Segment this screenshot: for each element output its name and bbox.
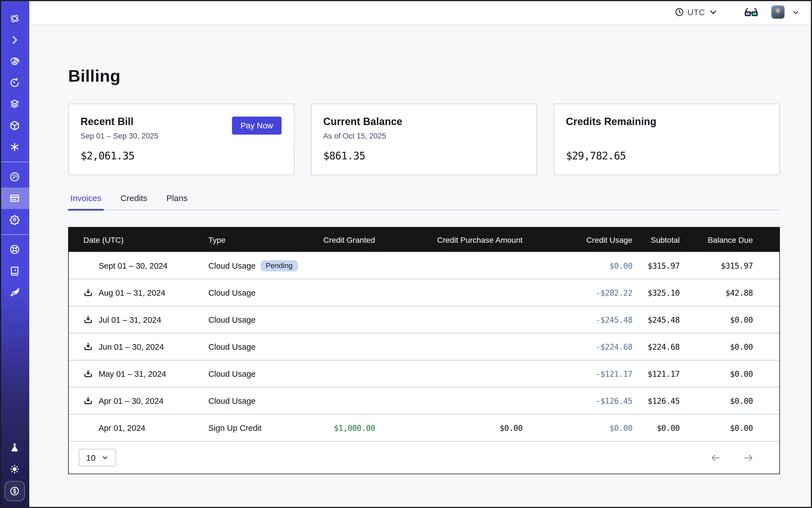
summary-cards: Recent Bill Sep 01 – Sep 30, 2025 $2,061…	[68, 103, 780, 175]
invoice-date: Jul 01 – 31, 2024	[98, 315, 161, 324]
col-header-type: Type	[208, 235, 302, 244]
asterisk-icon[interactable]	[0, 136, 29, 158]
clock-icon	[674, 7, 684, 17]
chevron-down-icon	[709, 7, 718, 17]
page-title: Billing	[68, 64, 780, 88]
page-size-select[interactable]: 10	[79, 449, 116, 466]
credit-usage: -$121.17	[522, 369, 632, 378]
invoice-date: May 01 – 31, 2024	[98, 369, 166, 378]
table-row: Jul 01 – 31, 2024 Cloud Usage -$245.48 $…	[69, 306, 779, 333]
tab-plans[interactable]: Plans	[164, 193, 190, 210]
pay-now-button[interactable]: Pay Now	[232, 117, 282, 135]
cube-icon[interactable]	[0, 115, 29, 136]
col-header-subtotal: Subtotal	[632, 235, 680, 244]
sidebar-divider	[0, 162, 29, 162]
table-row: Apr 01 – 30, 2024 Cloud Usage -$126.45 $…	[69, 387, 779, 414]
col-header-credit-purchase: Credit Purchase Amount	[375, 235, 522, 244]
download-invoice-icon[interactable]	[83, 342, 93, 351]
balance-due: $315.97	[680, 261, 753, 270]
tab-credits[interactable]: Credits	[118, 193, 149, 210]
spiral-icon[interactable]	[0, 51, 29, 72]
main-content: Billing Recent Bill Sep 01 – Sep 30, 202…	[29, 25, 812, 508]
app-window: UTC Billing Recent Bill Sep 01 – Sep 30,…	[0, 0, 812, 508]
balance-due: $0.00	[680, 423, 753, 432]
timezone-label: UTC	[687, 7, 705, 17]
credit-purchase: $0.00	[375, 423, 522, 432]
invoice-type: Cloud Usage	[208, 369, 256, 378]
timezone-selector[interactable]: UTC	[674, 7, 718, 17]
chevron-right-icon[interactable]	[0, 29, 29, 51]
subtotal: $325.10	[632, 288, 680, 297]
table-row: Sept 01 – 30, 2024 Cloud UsagePending $0…	[69, 252, 779, 279]
tab-invoices[interactable]: Invoices	[68, 193, 103, 211]
current-balance-card: Current Balance As of Oct 15, 2025 $861.…	[311, 103, 537, 175]
recent-bill-card: Recent Bill Sep 01 – Sep 30, 2025 $2,061…	[68, 103, 295, 175]
credit-usage: $0.00	[522, 261, 632, 270]
invoice-type: Cloud Usage	[208, 396, 256, 405]
credits-money-button[interactable]	[4, 481, 25, 501]
invoice-date: Jun 01 – 30, 2024	[98, 342, 164, 351]
page-size-value: 10	[86, 453, 95, 462]
arrow-left-icon	[710, 452, 721, 463]
recent-bill-amount: $2,061.35	[81, 150, 282, 162]
download-invoice-icon[interactable]	[83, 396, 93, 406]
next-page-button[interactable]	[743, 452, 754, 463]
credits-remaining-amount: $29,782.65	[566, 150, 768, 162]
col-header-credit-usage: Credit Usage	[522, 235, 632, 244]
layers-icon[interactable]	[0, 93, 29, 115]
subtotal: $224.68	[632, 342, 680, 351]
invoice-type: Cloud Usage	[208, 288, 256, 297]
card-title: Current Balance	[323, 116, 525, 128]
credits-remaining-card: Credits Remaining $29,782.65	[554, 103, 780, 175]
credit-usage: -$282.22	[522, 288, 632, 297]
subtotal: $121.17	[632, 369, 680, 378]
user-avatar[interactable]	[771, 5, 785, 19]
download-invoice-icon[interactable]	[83, 369, 93, 378]
col-header-credit-granted: Credit Granted	[302, 235, 375, 244]
invoice-date: Sept 01 – 30, 2024	[98, 261, 168, 270]
subtotal: $245.48	[632, 315, 680, 324]
invoice-type: Sign Up Credit	[208, 423, 262, 432]
balance-due: $42.88	[680, 288, 753, 297]
sidebar-item-theme-sun[interactable]	[0, 458, 29, 480]
glasses-icon	[744, 5, 759, 19]
reader-mode-button[interactable]	[744, 5, 759, 19]
sidebar-item-rocket[interactable]	[0, 282, 29, 303]
prev-page-button[interactable]	[710, 452, 721, 463]
money-badge-icon	[9, 485, 20, 497]
subtotal: $0.00	[632, 423, 680, 432]
download-invoice-icon[interactable]	[83, 288, 93, 297]
sidebar-item-usage-gauge[interactable]	[0, 166, 29, 187]
subtotal: $126.45	[632, 396, 680, 405]
orbit-logo-icon[interactable]	[0, 8, 29, 29]
table-header-row: Date (UTC) Type Credit Granted Credit Pu…	[69, 227, 779, 252]
card-title: Credits Remaining	[566, 116, 768, 128]
credit-usage: -$224.68	[522, 342, 632, 351]
sidebar-item-settings[interactable]	[0, 209, 29, 230]
sidebar-item-labs-flask[interactable]	[0, 437, 29, 458]
chevron-down-icon[interactable]	[792, 8, 800, 16]
chevron-down-icon	[101, 454, 109, 461]
balance-due: $0.00	[680, 396, 753, 405]
table-row: Apr 01, 2024 Sign Up Credit $1,000.00 $0…	[69, 414, 779, 441]
sidebar-item-support-lifebuoy[interactable]	[0, 239, 29, 260]
balance-due: $0.00	[680, 342, 753, 351]
balance-due: $0.00	[680, 369, 753, 378]
balance-due: $0.00	[680, 315, 753, 324]
invoice-date: Aug 01 – 31, 2024	[98, 288, 165, 297]
credit-usage: -$126.45	[522, 396, 632, 405]
invoice-type: Cloud Usage	[208, 261, 256, 270]
card-subtitle: As of Oct 15, 2025	[323, 132, 525, 141]
subtotal: $315.97	[632, 261, 680, 270]
table-row: May 01 – 31, 2024 Cloud Usage -$121.17 $…	[69, 360, 779, 387]
card-subtitle	[566, 132, 768, 141]
topbar: UTC	[29, 0, 812, 25]
sidebar-item-docs-book[interactable]	[0, 260, 29, 282]
invoices-table: Date (UTC) Type Credit Granted Credit Pu…	[68, 227, 780, 474]
download-invoice-icon[interactable]	[83, 315, 93, 325]
table-row: Aug 01 – 31, 2024 Cloud Usage -$282.22 $…	[69, 279, 779, 306]
invoice-date: Apr 01 – 30, 2024	[98, 396, 164, 405]
invoice-date: Apr 01, 2024	[98, 423, 145, 432]
sidebar-item-billing[interactable]	[0, 187, 29, 209]
history-icon[interactable]	[0, 72, 29, 93]
